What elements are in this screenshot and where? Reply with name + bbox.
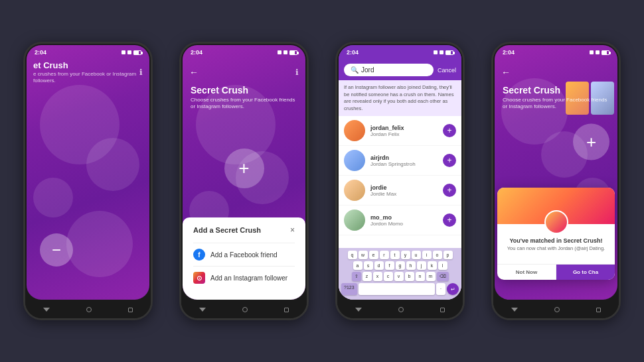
status-bar-3: 2:04	[339, 45, 461, 60]
phone4-title: Secret Crush	[503, 85, 609, 95]
phone2-title: Secret Crush	[191, 85, 297, 95]
user-item-3[interactable]: mo_mo Jordon Momo +	[339, 206, 461, 235]
phone1-title: et Crush	[33, 60, 139, 70]
phone2-subtitle: Choose crushes from your Facebook friend…	[191, 97, 297, 111]
minus-button-1[interactable]: −	[40, 233, 73, 267]
info-icon-1[interactable]: ℹ	[139, 68, 143, 77]
key-p[interactable]: p	[443, 251, 453, 259]
key-j[interactable]: j	[417, 261, 426, 270]
nav-home-2[interactable]	[242, 307, 248, 312]
go-to-chat-button[interactable]: Go to Cha	[556, 265, 615, 280]
user-item-1[interactable]: airjrdn Jordan Springstroh +	[339, 146, 461, 176]
user-item-0[interactable]: jordan_felix Jordan Felix +	[339, 116, 461, 146]
nav-home-btn-4[interactable]	[554, 307, 560, 312]
status-time-3: 2:04	[347, 49, 359, 56]
match-card-photo	[497, 188, 615, 224]
key-d[interactable]: d	[374, 261, 384, 270]
plus-circle-2[interactable]: +	[224, 149, 264, 188]
key-y[interactable]: y	[401, 251, 410, 259]
nav-bar-2	[181, 301, 307, 318]
username-3: mo_mo	[370, 214, 438, 221]
nav-bar-4	[493, 301, 619, 318]
userdisplay-0: Jordan Felix	[370, 131, 438, 137]
key-shift[interactable]: ⇧	[352, 272, 361, 281]
key-backspace[interactable]: ⌫	[437, 272, 449, 281]
key-h[interactable]: h	[406, 261, 416, 270]
key-u[interactable]: u	[412, 251, 421, 259]
status-bar-1: 2:04	[27, 45, 149, 60]
nav-home-3[interactable]	[398, 307, 404, 312]
search-value: Jord	[361, 66, 374, 74]
key-e[interactable]: e	[369, 251, 378, 259]
plus-circle-4[interactable]: +	[573, 123, 609, 160]
keyboard-row-3: ⇧ z x c v b n m ⌫	[341, 272, 459, 281]
keyboard: q w e r t y u i o p a s d	[339, 248, 461, 300]
username-2: jordie	[370, 184, 438, 191]
nav-back-3[interactable]	[355, 308, 362, 312]
key-space[interactable]	[359, 283, 435, 295]
close-sheet-button[interactable]: ×	[290, 225, 295, 235]
key-s[interactable]: s	[364, 261, 373, 270]
app-bar-2: ← ℹ	[183, 60, 305, 85]
key-v[interactable]: v	[394, 272, 404, 281]
add-crush-1[interactable]: +	[443, 154, 456, 167]
nav-back-2[interactable]	[199, 308, 206, 312]
userdisplay-3: Jordon Momo	[370, 221, 438, 227]
nav-bar-1	[25, 301, 151, 318]
userdisplay-1: Jordan Springstroh	[370, 161, 438, 167]
key-n[interactable]: n	[416, 272, 425, 281]
key-w[interactable]: w	[359, 251, 368, 259]
key-a[interactable]: a	[353, 261, 362, 270]
search-icon: 🔍	[351, 66, 359, 74]
key-i[interactable]: i	[422, 251, 432, 259]
phone-3: 2:04 🔍 Jord Cancel If an Instagra	[335, 42, 465, 320]
keyboard-row-1: q w e r t y u i o p	[341, 251, 459, 259]
key-c[interactable]: c	[384, 272, 393, 281]
match-title: You've matched in Secret Crush!	[504, 237, 608, 244]
key-g[interactable]: g	[396, 261, 405, 270]
add-crush-2[interactable]: +	[443, 184, 456, 197]
nav-home-1[interactable]	[86, 307, 92, 312]
nav-back-btn-4[interactable]	[511, 308, 518, 312]
add-instagram-item[interactable]: ⊙ Add an Instagram follower	[193, 266, 295, 289]
info-icon-2[interactable]: ℹ	[295, 68, 299, 77]
avatar-3	[344, 210, 365, 231]
not-now-button[interactable]: Not Now	[497, 265, 556, 280]
key-z[interactable]: z	[362, 272, 372, 281]
userdisplay-2: Jordie Max	[370, 191, 438, 197]
key-123[interactable]: ?123	[341, 283, 357, 295]
user-list: jordan_felix Jordan Felix + airjrdn Jord…	[339, 116, 461, 248]
key-k[interactable]: k	[428, 261, 437, 270]
key-enter[interactable]: ↵	[447, 283, 459, 295]
nav-back-1[interactable]	[43, 308, 50, 312]
key-o[interactable]: o	[433, 251, 442, 259]
scene: 2:04 et Crush e crushes from your Facebo…	[0, 0, 644, 362]
search-box[interactable]: 🔍 Jord	[344, 64, 434, 76]
phone-4: 2:04 ← Secret Crush Choose crushes from …	[491, 42, 621, 320]
match-actions: Not Now Go to Cha	[497, 264, 615, 280]
nav-recents-3[interactable]	[440, 308, 445, 312]
add-crush-0[interactable]: +	[443, 124, 456, 137]
key-m[interactable]: m	[426, 272, 436, 281]
key-r[interactable]: r	[380, 251, 389, 259]
key-period[interactable]: .	[436, 283, 445, 295]
key-x[interactable]: x	[373, 272, 382, 281]
add-crush-3[interactable]: +	[443, 213, 456, 227]
key-b[interactable]: b	[405, 272, 414, 281]
phone4-subtitle: Choose crushes from your Facebook friend…	[503, 97, 609, 111]
back-arrow-2[interactable]: ←	[189, 67, 199, 78]
status-time-4: 2:04	[503, 49, 515, 56]
key-f[interactable]: f	[385, 261, 394, 270]
add-facebook-item[interactable]: f Add a Facebook friend	[193, 243, 295, 266]
add-facebook-label: Add a Facebook friend	[210, 251, 278, 259]
nav-recents-2[interactable]	[284, 308, 289, 312]
add-instagram-label: Add an Instagram follower	[210, 274, 287, 282]
nav-recents-1[interactable]	[128, 308, 133, 312]
key-q[interactable]: q	[348, 251, 357, 259]
cancel-button[interactable]: Cancel	[438, 67, 456, 74]
nav-recents-btn-4[interactable]	[596, 308, 601, 312]
key-l[interactable]: l	[438, 261, 447, 270]
back-arrow-4[interactable]: ←	[501, 67, 511, 78]
key-t[interactable]: t	[390, 251, 400, 259]
user-item-2[interactable]: jordie Jordie Max +	[339, 176, 461, 206]
